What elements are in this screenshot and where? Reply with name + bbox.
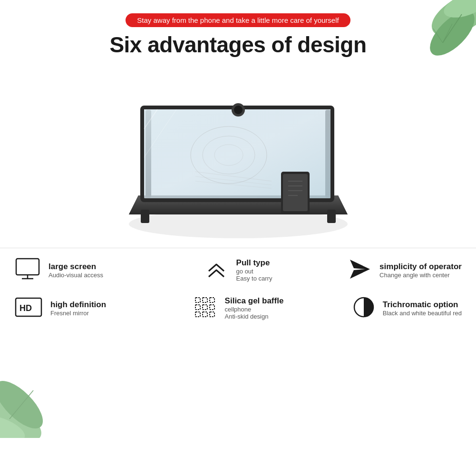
feature-high-definition: HD high definition Fresnel mirror [14, 295, 148, 321]
silica-text: Silica gel baffle cellphone Anti-skid de… [225, 296, 284, 320]
svg-rect-41 [195, 298, 200, 302]
features-top-row: large screen Audio-visual access Pull ty… [0, 248, 476, 287]
large-screen-title: large screen [49, 262, 103, 272]
trichromatic-text: Trichromatic option Black and white beau… [383, 300, 462, 317]
monitor-icon [14, 257, 41, 283]
send-icon [347, 257, 372, 283]
pull-type-title: Pull type [236, 258, 272, 268]
feature-silica-gel: Silica gel baffle cellphone Anti-skid de… [171, 295, 305, 321]
hd-icon: HD [14, 297, 43, 320]
svg-rect-12 [327, 210, 336, 223]
svg-rect-42 [203, 298, 207, 302]
expand-icon [204, 257, 229, 283]
simplicity-text: simplicity of operator Change angle with… [379, 262, 462, 279]
feature-pull-type: Pull type go out Easy to carry [171, 257, 305, 283]
trichromatic-title: Trichromatic option [383, 300, 462, 310]
svg-point-22 [234, 106, 243, 114]
large-screen-text: large screen Audio-visual access [49, 262, 103, 279]
svg-rect-49 [210, 312, 214, 317]
circle-half-icon [352, 296, 375, 321]
feature-large-screen: large screen Audio-visual access [14, 257, 148, 283]
pull-type-sub2: Easy to carry [236, 275, 272, 282]
features-bottom-row: HD high definition Fresnel mirror [0, 291, 476, 330]
trichromatic-subtitle: Black and white beautiful red [383, 310, 462, 317]
page-container: Stay away from the phone and take a litt… [0, 0, 476, 476]
silica-sub2: Anti-skid design [225, 313, 284, 320]
svg-rect-35 [16, 259, 39, 275]
svg-text:HD: HD [19, 303, 32, 313]
banner-text: Stay away from the phone and take a litt… [126, 13, 350, 27]
svg-marker-38 [350, 260, 370, 279]
silica-sub1: cellphone [225, 306, 284, 313]
feature-trichromatic: Trichromatic option Black and white beau… [328, 295, 462, 321]
large-screen-subtitle: Audio-visual access [49, 272, 103, 279]
svg-rect-11 [141, 210, 149, 223]
leaf-bottom-left-decoration [0, 343, 76, 438]
svg-rect-44 [195, 305, 200, 310]
top-banner: Stay away from the phone and take a litt… [0, 0, 476, 27]
simplicity-subtitle: Change angle with center [379, 272, 462, 279]
pull-type-sub1: go out [236, 268, 272, 275]
grid-icon [193, 295, 217, 321]
svg-rect-46 [210, 305, 214, 310]
feature-simplicity: simplicity of operator Change angle with… [328, 257, 462, 283]
silica-title: Silica gel baffle [225, 296, 284, 306]
simplicity-title: simplicity of operator [379, 262, 462, 272]
hd-subtitle: Fresnel mirror [50, 310, 106, 317]
hd-title: high definition [50, 300, 106, 310]
svg-rect-45 [203, 305, 207, 310]
hd-text: high definition Fresnel mirror [50, 300, 106, 317]
product-image-area [0, 62, 476, 253]
svg-rect-48 [203, 312, 207, 317]
svg-rect-47 [195, 312, 200, 317]
svg-rect-24 [283, 174, 308, 211]
product-illustration [100, 62, 376, 253]
main-heading: Six advantages of design [0, 32, 476, 58]
svg-rect-43 [210, 298, 214, 302]
pull-type-text: Pull type go out Easy to carry [236, 258, 272, 282]
